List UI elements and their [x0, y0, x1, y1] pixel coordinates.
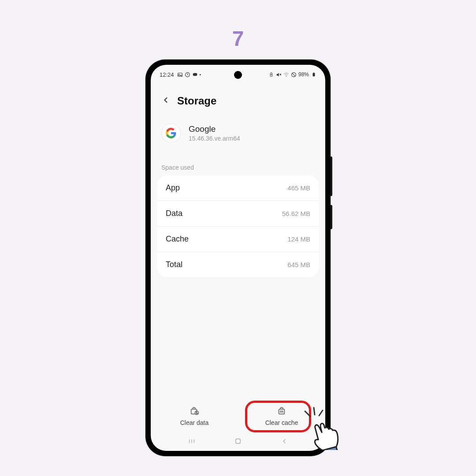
message-icon — [192, 72, 198, 78]
app-name: Google — [189, 124, 240, 134]
svg-point-10 — [286, 75, 287, 76]
clear-data-label: Clear data — [180, 419, 209, 426]
volume-button — [331, 156, 332, 196]
row-value: 124 MB — [287, 235, 310, 243]
back-nav-icon — [281, 438, 288, 445]
status-left: 12:24 • — [160, 71, 201, 78]
row-value: 645 MB — [287, 261, 310, 268]
trash-cache-icon — [277, 406, 286, 417]
page-title: Storage — [177, 95, 216, 107]
more-indicator: • — [200, 72, 201, 77]
camera-notch — [234, 71, 242, 79]
row-value: 56.62 MB — [282, 210, 310, 217]
clear-cache-button[interactable]: Clear cache — [238, 403, 325, 429]
google-app-icon — [161, 123, 181, 143]
no-signal-icon — [291, 72, 297, 78]
back-nav-button[interactable] — [275, 438, 293, 445]
google-logo-icon — [165, 127, 177, 139]
svg-rect-13 — [312, 73, 315, 77]
recents-icon — [187, 438, 196, 445]
clear-data-button[interactable]: Clear data — [151, 403, 238, 429]
svg-rect-3 — [193, 73, 197, 76]
mute-icon — [276, 72, 282, 78]
navigation-bar — [151, 431, 325, 451]
storage-row-app: App 465 MB — [157, 175, 319, 201]
storage-list: App 465 MB Data 56.62 MB Cache 124 MB To… — [157, 175, 319, 277]
app-version: 15.46.36.ve.arm64 — [189, 135, 240, 142]
space-used-label: Space used — [151, 153, 325, 175]
svg-rect-29 — [323, 447, 338, 450]
battery-saver-icon — [268, 72, 274, 78]
battery-icon — [311, 72, 316, 78]
trash-data-icon — [190, 406, 199, 417]
power-button — [331, 205, 332, 229]
battery-percent: 98% — [298, 71, 309, 78]
step-number: 7 — [232, 26, 244, 51]
home-icon — [234, 437, 242, 445]
page-header: Storage — [151, 81, 325, 116]
svg-rect-25 — [236, 439, 241, 444]
row-label: Data — [166, 209, 182, 218]
row-value: 465 MB — [287, 184, 310, 192]
phone-screen: 12:24 • — [151, 65, 325, 451]
chevron-left-icon — [161, 96, 170, 104]
back-button[interactable] — [161, 94, 170, 108]
clear-cache-label: Clear cache — [265, 419, 298, 426]
svg-rect-14 — [313, 72, 314, 73]
storage-row-cache: Cache 124 MB — [157, 227, 319, 252]
phone-frame: 12:24 • — [145, 60, 331, 456]
wifi-icon — [283, 72, 289, 78]
app-info: Google 15.46.36.ve.arm64 — [151, 116, 325, 153]
sync-icon — [185, 72, 190, 78]
status-time: 12:24 — [160, 71, 174, 78]
bottom-actions: Clear data Clear cache — [151, 397, 325, 431]
row-label: Total — [166, 260, 182, 269]
home-button[interactable] — [229, 437, 247, 445]
status-right: 98% — [268, 71, 316, 78]
image-icon — [177, 72, 183, 78]
row-label: Cache — [166, 234, 189, 244]
recents-button[interactable] — [183, 438, 201, 445]
svg-line-12 — [292, 73, 296, 76]
storage-row-data: Data 56.62 MB — [157, 201, 319, 227]
storage-row-total: Total 645 MB — [157, 252, 319, 277]
app-text: Google 15.46.36.ve.arm64 — [189, 124, 240, 142]
row-label: App — [166, 183, 180, 193]
